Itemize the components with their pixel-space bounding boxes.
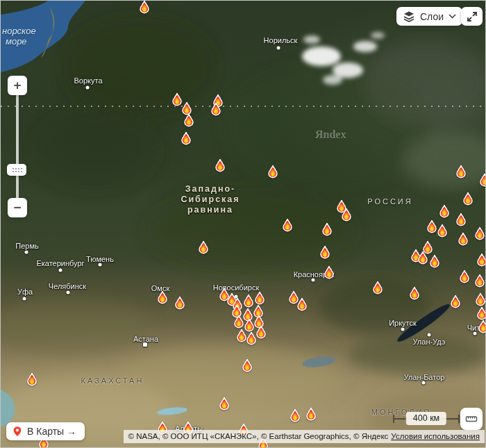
fire-marker-icon[interactable] [475, 292, 486, 306]
plus-icon: + [13, 78, 21, 92]
chevron-down-icon [449, 14, 456, 19]
zoom-slider-track[interactable] [16, 94, 19, 201]
stacked-layers-icon [403, 10, 415, 23]
fire-marker-icon[interactable] [215, 158, 226, 172]
fire-marker-icon[interactable] [139, 0, 151, 14]
fire-marker-icon[interactable] [181, 131, 192, 145]
fire-marker-icon[interactable] [439, 204, 451, 218]
fire-marker-icon[interactable] [305, 407, 317, 421]
fire-marker-icon[interactable] [409, 286, 421, 300]
fire-marker-icon[interactable] [474, 274, 486, 288]
layers-button-label: Слои [420, 11, 444, 22]
fire-marker-icon[interactable] [459, 269, 471, 283]
fire-marker-icon[interactable] [417, 251, 429, 265]
map-scale: 400 км [393, 412, 460, 425]
map-pin-icon [12, 426, 23, 437]
fire-marker-icon[interactable] [455, 213, 467, 226]
fire-marker-icon[interactable] [26, 372, 38, 386]
zoom-out-button[interactable]: − [8, 198, 27, 217]
ruler-icon [464, 412, 478, 426]
fire-marker-icon[interactable] [458, 232, 469, 246]
zoom-slider-handle[interactable] [7, 164, 26, 176]
open-in-maps-button[interactable]: В Карты → [6, 422, 85, 440]
fire-marker-icon[interactable] [296, 297, 308, 311]
fire-marker-icon[interactable] [282, 218, 294, 232]
fire-marker-icon[interactable] [267, 165, 279, 179]
minus-icon: − [13, 201, 21, 214]
ruler-button[interactable] [460, 408, 483, 430]
fire-marker-icon[interactable] [455, 165, 467, 179]
fire-marker-icon[interactable] [174, 296, 186, 310]
fire-marker-icon[interactable] [321, 222, 333, 236]
grip-dots-icon [12, 167, 22, 172]
fire-marker-icon[interactable] [479, 173, 486, 187]
fire-marker-icon[interactable] [255, 325, 267, 339]
fire-marker-icon[interactable] [157, 290, 169, 304]
fire-marker-icon[interactable] [198, 240, 210, 254]
fire-marker-icon[interactable] [183, 113, 195, 127]
fire-marker-icon[interactable] [242, 358, 253, 372]
fullscreen-button[interactable] [461, 7, 483, 26]
layers-button[interactable]: Слои [396, 7, 462, 26]
fire-marker-icon[interactable] [254, 291, 266, 305]
open-in-maps-label: В Карты → [27, 426, 76, 437]
fire-marker-icon[interactable] [462, 192, 474, 206]
fire-marker-icon[interactable] [429, 254, 441, 268]
fire-marker-icon[interactable] [450, 294, 462, 308]
map-canvas[interactable]: норское море Западно- Сибирская равнина … [0, 0, 486, 448]
fire-marker-icon[interactable] [290, 408, 301, 422]
fire-marker-icon[interactable] [474, 226, 486, 240]
expand-arrows-icon [466, 10, 478, 23]
fire-marker-icon[interactable] [210, 102, 222, 116]
fire-marker-icon[interactable] [341, 208, 353, 222]
fire-marker-icon[interactable] [319, 245, 331, 259]
fire-marker-icon[interactable] [437, 224, 449, 238]
fire-marker-icon[interactable] [324, 265, 335, 279]
zoom-in-button[interactable]: + [8, 76, 27, 95]
fire-marker-icon[interactable] [478, 320, 486, 333]
fire-markers-layer [1, 1, 485, 447]
fire-marker-icon[interactable] [476, 306, 486, 320]
attribution-text: © NASA, © ООО ИТЦ «СКАНЭКС», © Earthstar… [128, 432, 389, 440]
fire-marker-icon[interactable] [219, 397, 231, 410]
scale-label: 400 км [406, 412, 446, 425]
fire-marker-icon[interactable] [476, 253, 486, 267]
terms-of-use-link[interactable]: Условия использования [391, 432, 480, 440]
fire-marker-icon[interactable] [372, 281, 384, 294]
attribution-bar: © NASA, © ООО ИТЦ «СКАНЭКС», © Earthstar… [124, 430, 485, 443]
